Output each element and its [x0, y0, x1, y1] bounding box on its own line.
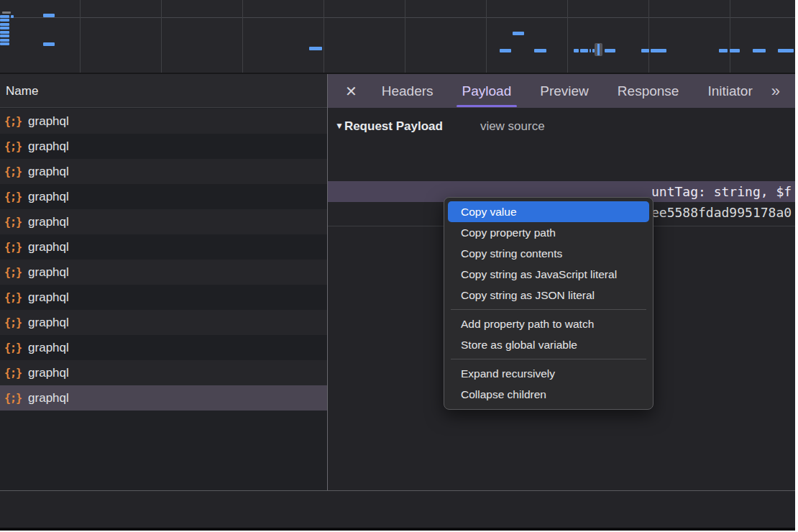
network-overview-bar [0, 23, 9, 26]
request-row-graphql[interactable]: {;}graphql [0, 360, 327, 385]
page-background-edge-right [795, 0, 798, 532]
request-list-panel: Name {;}graphql{;}graphql{;}graphql{;}gr… [0, 74, 327, 531]
request-name-label: graphql [28, 190, 69, 204]
more-tabs-icon[interactable]: » [771, 82, 779, 101]
request-name-label: graphql [28, 366, 69, 380]
network-overview-bar [651, 49, 666, 52]
overview-gridline-vertical [324, 0, 324, 73]
network-overview-bar [0, 35, 9, 37]
network-overview-bar [753, 49, 766, 52]
overview-gridline-vertical [405, 0, 405, 73]
menu-item-copy-string-as-json-literal[interactable]: Copy string as JSON literal [448, 285, 649, 306]
network-overview-bar [580, 49, 588, 52]
tab-response[interactable]: Response [609, 74, 688, 108]
request-list: {;}graphql{;}graphql{;}graphql{;}graphql… [0, 109, 327, 411]
menu-item-collapse-children[interactable]: Collapse children [448, 384, 649, 405]
json-braces-icon: {;} [4, 241, 22, 254]
menu-item-store-as-global-variable[interactable]: Store as global variable [448, 334, 649, 355]
tree-row-root[interactable]: ▼{operationName: "ipFlowTimeseries", var… [328, 139, 795, 160]
request-row-graphql[interactable]: {;}graphql [0, 209, 327, 234]
request-name-label: graphql [28, 240, 69, 254]
request-name-label: graphql [28, 139, 69, 154]
request-row-graphql[interactable]: {;}graphql [0, 335, 327, 360]
request-row-graphql[interactable]: {;}graphql [0, 134, 327, 159]
network-overview-timeline[interactable] [0, 0, 795, 73]
tab-headers[interactable]: Headers [373, 74, 442, 108]
context-menu: Copy valueCopy property pathCopy string … [444, 197, 653, 410]
menu-separator [451, 309, 646, 310]
request-row-graphql[interactable]: {;}graphql [0, 310, 327, 335]
menu-item-copy-string-as-javascript-literal[interactable]: Copy string as JavaScript literal [448, 264, 649, 285]
json-braces-icon: {;} [4, 392, 22, 405]
overview-gridline-vertical [80, 0, 81, 73]
summary-bar [0, 491, 795, 528]
json-braces-icon: {;} [4, 291, 22, 304]
network-overview-bar [513, 32, 524, 35]
column-header-name-label: Name [6, 84, 38, 98]
network-overview-bar [2, 12, 11, 14]
overview-marker-bar [597, 44, 600, 55]
request-name-label: graphql [28, 391, 69, 405]
network-overview-bar [43, 42, 55, 46]
request-row-graphql[interactable]: {;}graphql [0, 109, 327, 134]
network-overview-bar [0, 19, 9, 22]
request-name-label: graphql [28, 215, 69, 229]
request-row-graphql[interactable]: {;}graphql [0, 260, 327, 285]
network-overview-bar [0, 42, 9, 45]
request-name-label: graphql [28, 165, 69, 179]
json-braces-icon: {;} [4, 165, 22, 178]
tree-row-operation-name[interactable]: operationName: "ipFlowTimeseries" [328, 160, 795, 181]
section-title: Request Payload [344, 119, 443, 133]
json-braces-icon: {;} [4, 216, 22, 229]
network-overview-bar [778, 49, 794, 52]
property-value-right-fragment: untTag: string, $f [651, 181, 792, 202]
network-overview-bar [574, 49, 579, 52]
network-overview-bar [0, 31, 9, 34]
network-overview-bar [11, 15, 14, 18]
menu-item-copy-property-path[interactable]: Copy property path [448, 222, 649, 243]
view-source-link[interactable]: view source [480, 119, 545, 133]
menu-item-copy-string-contents[interactable]: Copy string contents [448, 243, 649, 264]
devtools-network-panel: Name {;}graphql{;}graphql{;}graphql{;}gr… [0, 0, 795, 531]
json-braces-icon: {;} [4, 115, 22, 128]
network-overview-bar [730, 49, 740, 52]
column-header-name[interactable]: Name [0, 74, 327, 108]
tab-initiator[interactable]: Initiator [699, 74, 761, 108]
network-overview-bar [534, 49, 546, 52]
network-overview-bar [0, 39, 9, 42]
request-row-graphql[interactable]: {;}graphql [0, 234, 327, 260]
section-collapse-icon[interactable]: ▼ [335, 121, 344, 131]
request-name-label: graphql [28, 265, 69, 280]
overview-gridline-vertical [648, 0, 649, 73]
overview-gridline-vertical [486, 0, 487, 73]
request-payload-section-header[interactable]: ▼Request Payloadview source [328, 108, 795, 139]
overview-gridline-vertical [730, 0, 730, 73]
request-name-label: graphql [28, 114, 69, 129]
menu-item-add-property-path-to-watch[interactable]: Add property path to watch [448, 313, 649, 334]
json-braces-icon: {;} [4, 266, 22, 279]
request-name-label: graphql [28, 341, 69, 355]
menu-item-copy-value[interactable]: Copy value [448, 201, 649, 222]
request-row-graphql[interactable]: {;}graphql [0, 385, 327, 411]
tab-payload[interactable]: Payload [454, 74, 520, 108]
request-row-graphql[interactable]: {;}graphql [0, 159, 327, 184]
overview-gridline-vertical [567, 0, 568, 73]
request-name-label: graphql [28, 316, 69, 330]
overview-gridline-horizontal [0, 17, 795, 18]
variables-preview-fragment: ee5588fdad995178a0 [651, 202, 792, 223]
network-overview-bar [641, 49, 649, 52]
tab-preview[interactable]: Preview [531, 74, 597, 108]
request-name-label: graphql [28, 290, 69, 305]
menu-separator [451, 359, 646, 359]
json-braces-icon: {;} [4, 191, 22, 203]
network-overview-bar [0, 15, 9, 18]
request-row-graphql[interactable]: {;}graphql [0, 285, 327, 310]
close-icon[interactable]: ✕ [345, 83, 357, 100]
network-overview-bar [43, 14, 55, 17]
network-overview-bar [719, 49, 728, 52]
overview-gridline-vertical [242, 0, 243, 73]
menu-item-expand-recursively[interactable]: Expand recursively [448, 363, 649, 384]
devtools-window: Name {;}graphql{;}graphql{;}graphql{;}gr… [0, 0, 798, 532]
network-overview-bar [605, 49, 615, 52]
request-row-graphql[interactable]: {;}graphql [0, 184, 327, 209]
